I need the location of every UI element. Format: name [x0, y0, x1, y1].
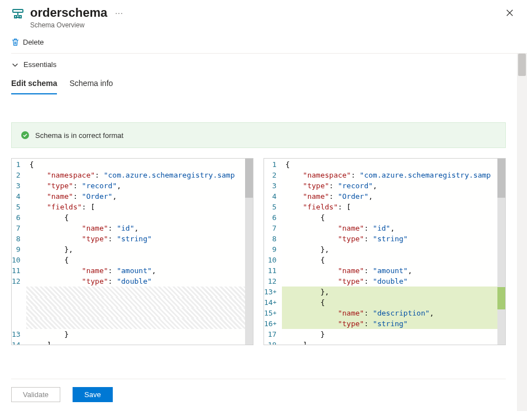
essentials-toggle[interactable]: Essentials — [11, 54, 506, 75]
save-button[interactable]: Save — [73, 387, 113, 402]
header: orderschema ··· Schema Overview — [0, 0, 527, 32]
svg-rect-0 — [13, 9, 23, 12]
check-circle-icon — [21, 131, 30, 140]
status-message: Schema is in correct format — [35, 131, 123, 140]
status-banner: Schema is in correct format — [11, 122, 506, 148]
tab-edit-schema[interactable]: Edit schema — [11, 75, 57, 94]
delete-label: Delete — [23, 38, 44, 46]
toolbar: Delete — [0, 32, 527, 53]
tabs: Edit schema Schema info — [11, 75, 506, 94]
page-title: orderschema — [30, 6, 107, 20]
divider — [11, 379, 506, 379]
essentials-label: Essentials — [23, 60, 56, 69]
footer: Validate Save — [11, 387, 506, 411]
trash-icon — [11, 38, 20, 46]
delete-button[interactable]: Delete — [11, 36, 44, 49]
page-scrollbar[interactable] — [517, 54, 527, 411]
editor-right[interactable]: 123456789101112131415161718 { "namespace… — [264, 158, 506, 345]
editor-scrollbar[interactable] — [497, 159, 505, 345]
editor-left[interactable]: 1234567891011121314 { "namespace": "com.… — [11, 158, 253, 345]
schema-icon — [11, 8, 25, 21]
diff-editors: 1234567891011121314 { "namespace": "com.… — [11, 158, 506, 345]
tab-schema-info[interactable]: Schema info — [69, 75, 113, 94]
validate-button[interactable]: Validate — [11, 387, 60, 402]
chevron-down-icon — [11, 61, 19, 69]
page-subtitle: Schema Overview — [30, 21, 504, 29]
close-button[interactable] — [504, 6, 516, 22]
editor-scrollbar[interactable] — [245, 159, 253, 345]
more-menu-icon[interactable]: ··· — [115, 8, 123, 17]
